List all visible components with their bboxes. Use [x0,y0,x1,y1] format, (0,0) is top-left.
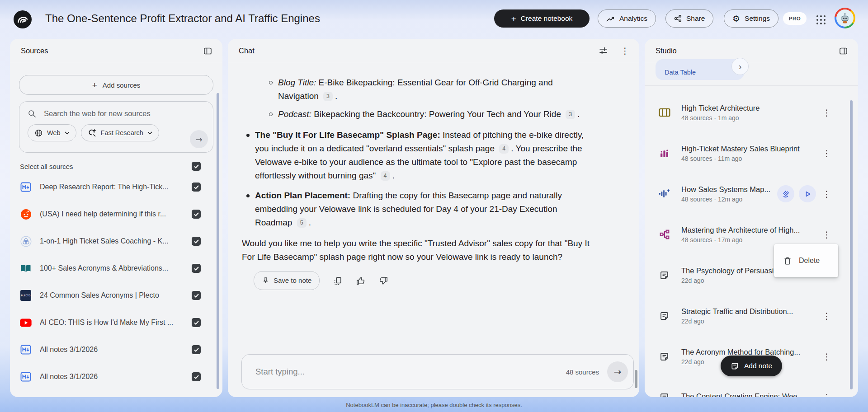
note-icon [731,362,739,370]
thumbs-down-icon[interactable] [379,276,388,286]
trending-up-icon [606,15,615,22]
chat-input[interactable] [255,366,566,377]
studio-item[interactable]: High Ticket Architecture 48 sources · 1m… [645,92,858,133]
share-icon [674,14,682,23]
chat-header: Chat ⋮ [228,39,639,63]
sources-panel-title: Sources [21,47,48,55]
studio-item-more-icon[interactable]: ⋮ [822,149,831,158]
disclaimer-text: NotebookLM can be inaccurate; please dou… [0,402,868,408]
notebooklm-logo-icon[interactable] [14,10,32,28]
sparkle-search-icon [88,128,97,137]
chat-panel: Chat ⋮ Blog Title: E-Bike Bikepacking: E… [228,39,639,397]
note-icon [658,270,670,281]
studio-item-more-icon[interactable]: ⋮ [822,393,831,398]
submit-search-button[interactable]: → [190,130,208,148]
flashcards-icon [658,108,670,117]
research-mode-dropdown[interactable]: Fast Research [81,124,159,141]
web-filter-dropdown[interactable]: Web [28,124,76,141]
studio-item-more-icon[interactable]: ⋮ [822,312,831,320]
source-item[interactable]: All notes 3/1/2026 [10,336,222,363]
source-checkbox[interactable] [192,264,201,273]
youtube-icon [20,318,32,327]
markdown-doc-icon [20,345,32,355]
studio-item-more-icon[interactable]: ⋮ [822,108,831,117]
top-bar: The One-Sentence Profit Extractor and AI… [0,0,868,39]
studio-item-more-icon[interactable]: ⋮ [822,190,831,198]
source-checkbox[interactable] [192,318,201,327]
notebooklm-app: The One-Sentence Profit Extractor and AI… [0,0,868,412]
source-checkbox[interactable] [192,372,201,381]
chat-more-options-icon[interactable]: ⋮ [621,47,629,55]
share-button[interactable]: Share [665,9,713,28]
expand-studio-panel-icon[interactable] [839,47,848,56]
markdown-doc-icon [20,182,32,192]
studio-item[interactable]: Strategic Traffic and Distribution... 22… [645,295,858,336]
studio-item[interactable]: How Sales Systems Map... 48 sources · 12… [645,173,858,214]
source-checkbox[interactable] [192,183,201,192]
collapse-sources-panel-icon[interactable] [203,47,212,56]
trash-icon [783,256,792,266]
account-avatar[interactable] [835,8,855,28]
add-sources-button[interactable]: + Add sources [19,75,213,95]
arrow-right-icon: → [195,135,202,144]
play-audio-button[interactable] [799,185,816,202]
add-note-button[interactable]: Add note [721,356,782,376]
arrow-right-icon: → [614,366,622,377]
google-apps-grid-icon[interactable] [813,12,829,28]
source-item[interactable]: PLECTO 24 Common Sales Acronyms | Plecto [10,282,222,309]
data-table-chip[interactable]: Data Table [656,59,744,80]
source-checkbox[interactable] [192,237,201,246]
studio-item[interactable]: High-Ticket Mastery Sales Blueprint 48 s… [645,133,858,173]
source-item[interactable]: (USA) I need help determining if this r.… [10,201,222,228]
bar-chart-icon [658,149,670,158]
save-to-note-button[interactable]: Save to note [254,271,320,290]
chat-input-bar: 48 sources → [241,354,634,389]
open-data-table-button[interactable]: › [731,58,749,75]
source-checkbox[interactable] [192,291,201,300]
chat-scrollbar[interactable] [635,370,637,388]
mind-map-icon [658,229,670,239]
source-item[interactable]: AI CEO: THIS is How I'd Make My First ..… [10,309,222,336]
thumbs-up-icon[interactable] [356,276,365,286]
sources-scrollbar[interactable] [217,93,219,389]
create-notebook-button[interactable]: + Create notebook [494,9,590,28]
citation-chip[interactable]: 5 [297,218,307,228]
send-message-button[interactable]: → [607,361,628,382]
web-search-box: Web Fast Research [19,101,213,153]
source-item[interactable]: 100+ Sales Acronyms & Abbreviations... [10,255,222,282]
pin-icon [262,276,269,285]
note-icon [658,351,670,362]
source-checkbox[interactable] [192,345,201,354]
select-all-label: Select all sources [20,163,73,170]
list-item: The "Buy It For Life Basecamp" Splash Pa… [242,128,594,183]
studio-scrollbar[interactable] [850,100,853,389]
citation-chip[interactable]: 3 [566,110,575,119]
copy-icon[interactable] [333,276,342,286]
studio-panel: Studio Data Table › High Ti [645,39,858,397]
interactive-mode-button[interactable] [777,185,794,202]
chat-panel-title: Chat [239,47,255,55]
book-icon [20,264,32,273]
assistant-message: Blog Title: E-Bike Bikepacking: Essentia… [228,63,594,290]
source-item[interactable]: 1-on-1 High Ticket Sales Coaching - K... [10,228,222,255]
studio-item-more-icon[interactable]: ⋮ [822,352,831,361]
delete-menu-item[interactable]: Delete [774,244,838,277]
source-checkbox[interactable] [192,210,201,219]
select-all-checkbox[interactable] [192,162,201,171]
citation-chip[interactable]: 3 [323,92,333,101]
notebook-title[interactable]: The One-Sentence Profit Extractor and AI… [45,12,320,25]
source-item[interactable]: Deep Research Report: The High-Tick... [10,173,222,201]
chevron-down-icon [147,131,152,135]
chat-settings-tune-icon[interactable] [599,46,608,56]
search-web-input[interactable] [43,109,206,118]
source-item[interactable]: All notes 3/1/2026 [10,363,222,390]
analytics-button[interactable]: Analytics [598,9,656,28]
citation-chip[interactable]: 4 [381,171,390,181]
studio-item-more-icon[interactable]: ⋮ [822,230,831,239]
citation-chip[interactable]: 4 [499,144,509,154]
settings-button[interactable]: ⚙ Settings [724,9,778,28]
pro-badge: PRO [783,12,807,25]
studio-item[interactable]: The Content Creation Engine: Wee... ⋮ [645,377,858,397]
assistant-closing-question: Would you like me to help you write the … [242,237,594,264]
robot-avatar-image [836,9,854,27]
